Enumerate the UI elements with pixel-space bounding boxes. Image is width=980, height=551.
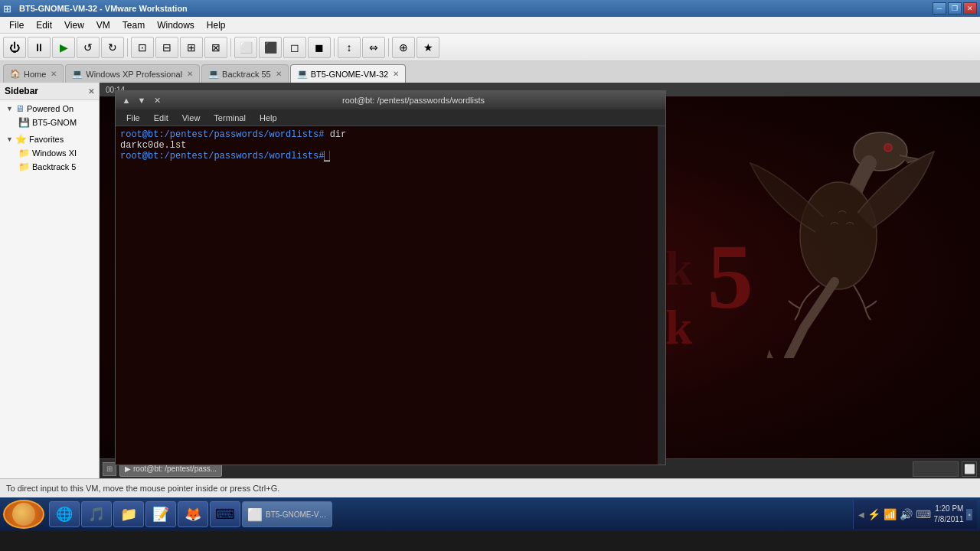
tabs-bar: 🏠 Home ✕ 💻 Windows XP Professional ✕ 💻 B…: [0, 61, 980, 83]
snap1-button[interactable]: ⊡: [131, 37, 154, 58]
window-title: BT5-GNOME-VM-32 - VMware Workstation: [19, 4, 188, 13]
toolbar-sep1: [127, 38, 128, 57]
suspend-button[interactable]: ⏸: [28, 37, 51, 58]
terminal-line-1: root@bt:/pentest/passwords/wordlists# di…: [120, 129, 661, 140]
sidebar-title: Sidebar: [5, 86, 38, 96]
taskbar-firefox[interactable]: 🦊: [178, 501, 208, 527]
sidebar-powered-on-toggle[interactable]: ▼ 🖥 Powered On: [3, 102, 96, 116]
terminal-up-button[interactable]: ▲: [120, 94, 132, 106]
restore-button[interactable]: ❐: [948, 2, 962, 15]
taskbar-explorer[interactable]: 📁: [113, 501, 144, 527]
terminal-menu-edit[interactable]: Edit: [148, 112, 175, 124]
terminal-taskbar-icon: ▶: [125, 465, 131, 473]
sidebar-favorites-section: ▼ ⭐ Favorites 📁 Windows XI 📁 Backtrack 5: [0, 131, 99, 175]
terminal-taskbar-label: root@bt: /pentest/pass...: [133, 465, 217, 473]
systray-icon4: ⌨: [916, 508, 931, 520]
taskbar-word[interactable]: 📝: [145, 501, 176, 527]
power-button[interactable]: ⏻: [3, 37, 26, 58]
resume-button[interactable]: ▶: [52, 37, 75, 58]
snap4-button[interactable]: ⊠: [204, 37, 227, 58]
prefs-button[interactable]: ⊕: [392, 37, 415, 58]
tab-home[interactable]: 🏠 Home ✕: [3, 64, 64, 83]
tab-bt55-label: Backtrack 55: [222, 70, 271, 79]
windows-taskbar: 🌐 🎵 📁 📝 🦊 ⌨ ⬜ BT5-GNOME-VM-32 ◀ ⚡ 📶 🔊 ⌨ …: [0, 497, 980, 531]
menu-vm[interactable]: VM: [90, 18, 116, 32]
tab-bt32-label: BT5-GNOME-VM-32: [311, 70, 388, 79]
home-icon: 🏠: [10, 69, 21, 80]
menu-team[interactable]: Team: [116, 18, 151, 32]
start-button-orb: [12, 503, 35, 526]
tab-home-close[interactable]: ✕: [51, 70, 57, 78]
fit4-button[interactable]: ◼: [308, 37, 331, 58]
terminal-menu-view[interactable]: View: [176, 112, 207, 124]
svg-point-1: [884, 144, 892, 152]
sidebar-item-bt5gnome[interactable]: 💾 BT5-GNOM: [3, 116, 96, 129]
tab-bt55-close[interactable]: ✕: [276, 70, 282, 78]
menu-help[interactable]: Help: [201, 18, 232, 32]
terminal-body[interactable]: root@bt:/pentest/passwords/wordlists# di…: [116, 126, 665, 465]
sidebar-header: Sidebar ✕: [0, 83, 99, 100]
systray-icon1: ⚡: [867, 508, 880, 520]
fit3-button[interactable]: ◻: [283, 37, 306, 58]
bt32-icon: 💻: [297, 69, 308, 80]
fullscreen-button[interactable]: ↕: [338, 37, 361, 58]
terminal-menu-file[interactable]: File: [120, 112, 146, 124]
fit1-button[interactable]: ⬜: [234, 37, 257, 58]
tab-winxp[interactable]: 💻 Windows XP Professional ✕: [65, 64, 200, 83]
terminal-window[interactable]: ▲ ▼ ✕ root@bt: /pentest/passwords/wordli…: [115, 90, 666, 465]
snap3-button[interactable]: ⊞: [180, 37, 203, 58]
toolbar: ⏻ ⏸ ▶ ↺ ↻ ⊡ ⊟ ⊞ ⊠ ⬜ ⬛ ◻ ◼ ↕ ⇔ ⊕ ★: [0, 34, 980, 61]
tab-bt32-close[interactable]: ✕: [393, 70, 399, 78]
minimize-button[interactable]: ─: [933, 2, 946, 15]
menu-view[interactable]: View: [58, 18, 90, 32]
terminal-down-button[interactable]: ▼: [136, 94, 148, 106]
taskbar-indicator: [913, 461, 959, 477]
close-button[interactable]: ✕: [963, 2, 977, 15]
bt5gnome-label: BT5-GNOM: [32, 118, 77, 127]
sidebar-favorites-toggle[interactable]: ▼ ⭐ Favorites: [3, 132, 96, 146]
terminal-close-button[interactable]: ✕: [151, 94, 163, 106]
sidebar: Sidebar ✕ ▼ 🖥 Powered On 💾 BT5-GNOM ▼ ⭐ …: [0, 83, 100, 478]
taskbar-ie[interactable]: 🌐: [49, 501, 80, 527]
terminal-menu-terminal[interactable]: Terminal: [207, 112, 252, 124]
revert-button[interactable]: ↺: [77, 37, 100, 58]
powered-on-label: Powered On: [27, 104, 74, 113]
snap2-button[interactable]: ⊟: [155, 37, 178, 58]
system-clock[interactable]: 1:20 PM 7/8/2011: [934, 504, 964, 525]
sidebar-close-button[interactable]: ✕: [88, 87, 94, 96]
sidebar-item-backtrack5[interactable]: 📁 Backtrack 5: [3, 160, 96, 174]
systray-show-desktop[interactable]: ▪: [966, 509, 972, 520]
refresh-button[interactable]: ↻: [101, 37, 124, 58]
cmd-1: dir: [324, 129, 346, 140]
tab-winxp-close[interactable]: ✕: [187, 70, 193, 78]
unity-button[interactable]: ⇔: [362, 37, 385, 58]
menu-edit[interactable]: Edit: [30, 18, 58, 32]
fit2-button[interactable]: ⬛: [259, 37, 282, 58]
systray-volume[interactable]: 🔊: [900, 508, 913, 520]
start-button[interactable]: [3, 500, 44, 529]
sidebar-item-winxp[interactable]: 📁 Windows XI: [3, 146, 96, 160]
tab-winxp-label: Windows XP Professional: [86, 70, 182, 79]
tab-bt55[interactable]: 💻 Backtrack 55 ✕: [201, 64, 289, 83]
fav-button[interactable]: ★: [416, 37, 439, 58]
cursor: █: [324, 151, 329, 161]
tab-bt32[interactable]: 💻 BT5-GNOME-VM-32 ✕: [290, 64, 406, 83]
status-message: To direct input to this VM, move the mou…: [6, 484, 279, 493]
taskbar-expand[interactable]: ⬜: [962, 461, 977, 477]
vm-area[interactable]: 00:14 << back | track << back | track 5: [100, 83, 980, 478]
taskbar-vmware[interactable]: ⬜ BT5-GNOME-VM-32: [242, 501, 332, 527]
computer-icon: 🖥: [15, 103, 24, 114]
toolbar-sep3: [334, 38, 335, 57]
menu-windows[interactable]: Windows: [151, 18, 201, 32]
taskbar-cmd[interactable]: ⌨: [210, 501, 240, 527]
bt55-icon: 💻: [208, 69, 219, 80]
terminal-scrollbar[interactable]: [658, 126, 665, 465]
show-hidden-icons[interactable]: ◀: [858, 510, 864, 519]
terminal-menu-help[interactable]: Help: [253, 112, 283, 124]
menu-file[interactable]: File: [3, 18, 30, 32]
system-tray: ◀ ⚡ 📶 🔊 ⌨ 1:20 PM 7/8/2011 ▪: [853, 500, 977, 529]
terminal-titlebar: ▲ ▼ ✕ root@bt: /pentest/passwords/wordli…: [116, 91, 665, 109]
taskbar-media[interactable]: 🎵: [81, 501, 112, 527]
terminal-line-2: darkc0de.lst: [120, 140, 661, 151]
winxp-sidebar-label: Windows XI: [32, 148, 77, 158]
